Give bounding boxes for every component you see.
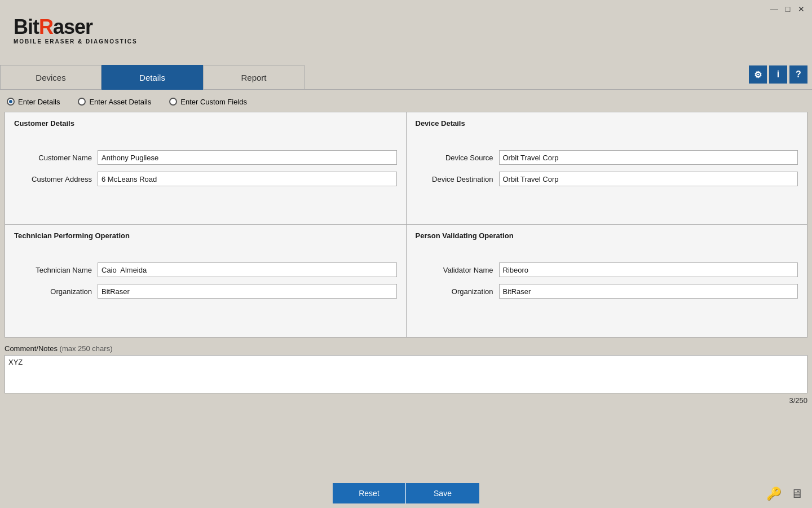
bottom-panels-row: Technician Performing Operation Technici… [5,225,807,338]
top-panels-row: Customer Details Customer Name Customer … [5,112,807,225]
radio-enter-custom-fields[interactable]: Enter Custom Fields [169,98,247,106]
key-icon: 🔑 [766,487,782,501]
technician-org-input[interactable] [98,284,397,299]
app-logo: BitRaser [14,17,138,37]
tab-details[interactable]: Details [102,65,203,90]
radio-asset-details-label: Enter Asset Details [89,98,151,106]
validator-org-label: Organization [416,287,499,296]
device-details-title: Device Details [416,119,798,128]
customer-name-input[interactable] [98,150,397,165]
validator-name-label: Validator Name [416,266,499,274]
app-header: BitRaser MOBILE ERASER & DIAGNOSTICS [0,0,180,61]
char-count: 3/250 [5,396,807,405]
validator-name-row: Validator Name [416,262,798,277]
customer-address-input[interactable] [98,172,397,186]
validator-org-input[interactable] [499,284,798,299]
info-icon[interactable]: i [769,65,787,84]
customer-name-row: Customer Name [14,150,397,165]
customer-details-title: Customer Details [14,119,397,128]
radio-asset-details-circle [78,98,86,106]
technician-name-label: Technician Name [14,266,98,274]
radio-custom-fields-circle [169,98,177,106]
app-subtitle: MOBILE ERASER & DIAGNOSTICS [14,38,138,45]
device-source-row: Device Source [416,150,798,165]
tab-report[interactable]: Report [203,65,304,90]
validator-panel: Person Validating Operation Validator Na… [406,225,808,338]
save-button[interactable]: Save [406,483,479,503]
radio-enter-asset-details[interactable]: Enter Asset Details [78,98,151,106]
help-icon[interactable]: ? [789,65,807,84]
validator-title: Person Validating Operation [416,231,798,240]
device-source-input[interactable] [499,150,798,165]
device-details-panel: Device Details Device Source Device Dest… [406,112,808,225]
comment-textarea[interactable]: XYZ [5,355,807,393]
bottom-bar: Reset Save [0,483,812,503]
bottom-right-icons: 🔑 🖥 [766,487,803,501]
customer-address-label: Customer Address [14,175,98,183]
technician-org-label: Organization [14,287,98,296]
settings-icon[interactable]: ⚙ [749,65,767,84]
maximize-button[interactable]: □ [782,3,794,15]
tabs-bar: Devices Details Report [0,61,812,89]
close-button[interactable]: ✕ [795,3,807,15]
technician-panel: Technician Performing Operation Technici… [5,225,406,338]
device-destination-row: Device Destination [416,172,798,186]
comment-section: Comment/Notes (max 250 chars) XYZ 3/250 [5,344,807,405]
comment-label: Comment/Notes (max 250 chars) [5,344,807,353]
technician-org-row: Organization [14,284,397,299]
validator-name-input[interactable] [499,262,798,277]
customer-name-label: Customer Name [14,154,98,162]
minimize-button[interactable]: — [768,3,780,15]
reset-button[interactable]: Reset [333,483,406,503]
radio-custom-fields-label: Enter Custom Fields [180,98,247,106]
technician-name-input[interactable] [98,262,397,277]
technician-title: Technician Performing Operation [14,231,397,240]
customer-details-panel: Customer Details Customer Name Customer … [5,112,406,225]
customer-address-row: Customer Address [14,172,397,186]
top-icons: ⚙ i ? [749,65,807,84]
device-source-label: Device Source [416,154,499,162]
radio-enter-details[interactable]: Enter Details [7,98,60,106]
device-destination-input[interactable] [499,172,798,186]
validator-org-row: Organization [416,284,798,299]
tab-devices[interactable]: Devices [0,65,102,90]
device-destination-label: Device Destination [416,175,499,183]
radio-bar: Enter Details Enter Asset Details Enter … [0,91,247,112]
technician-name-row: Technician Name [14,262,397,277]
radio-enter-details-label: Enter Details [18,98,60,106]
monitor-icon: 🖥 [791,487,803,501]
radio-enter-details-circle [7,98,15,106]
main-content: Customer Details Customer Name Customer … [5,112,807,474]
